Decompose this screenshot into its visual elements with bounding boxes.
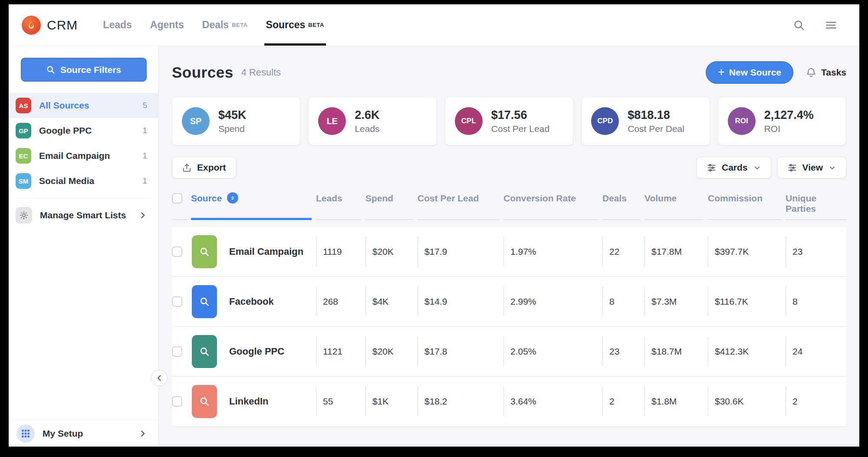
- nav-item-deals[interactable]: Deals BETA: [202, 4, 248, 46]
- cell-spend: $20K: [365, 327, 418, 376]
- new-source-button[interactable]: + New Source: [706, 61, 793, 84]
- nav-item-leads[interactable]: Leads: [103, 4, 132, 46]
- cell-conversion-rate: 2.99%: [503, 277, 602, 326]
- social-media-badge: SM: [16, 173, 31, 189]
- row-checkbox[interactable]: [172, 346, 182, 357]
- all-sources-badge: AS: [16, 98, 31, 113]
- export-button[interactable]: Export: [172, 157, 236, 178]
- table-toolbar: Export Cards View: [172, 157, 846, 178]
- sidebar-item-social-media[interactable]: SM Social Media 1: [9, 168, 158, 194]
- leads-label: Leads: [355, 124, 379, 134]
- deals-beta-badge: BETA: [232, 22, 247, 28]
- cell-commission: $397.7K: [708, 227, 786, 276]
- source-list: AS All Sources 5 GP Google PPC 1 EC Emai…: [9, 93, 158, 228]
- leads-value: 2.6K: [355, 108, 379, 122]
- search-icon: [46, 65, 55, 74]
- cell-spend: $1K: [365, 377, 418, 426]
- cell-volume: $18.7M: [644, 327, 708, 376]
- cell-unique-parties: 23: [786, 227, 846, 276]
- cell-unique-parties: 24: [786, 327, 846, 376]
- bell-icon: [806, 67, 817, 78]
- page-header: Sources 4 Results + New Source Tasks: [172, 61, 846, 84]
- sidebar-item-email-campaign[interactable]: EC Email Campaign 1: [9, 143, 158, 168]
- row-checkbox[interactable]: [172, 296, 182, 307]
- roi-label: ROI: [764, 124, 814, 134]
- chevron-down-icon: [753, 164, 761, 172]
- source-filters-button[interactable]: Source Filters: [21, 58, 147, 82]
- sidebar-item-my-setup[interactable]: My Setup: [9, 420, 158, 447]
- column-header-leads[interactable]: Leads: [316, 191, 365, 220]
- results-count: 4 Results: [241, 67, 281, 78]
- cell-commission: $116.7K: [708, 277, 786, 326]
- sort-icon[interactable]: [227, 192, 238, 204]
- spend-label: Spend: [218, 124, 247, 134]
- sidebar-item-google-ppc[interactable]: GP Google PPC 1: [9, 118, 158, 143]
- sidebar-divider: [16, 198, 151, 198]
- column-header-deals[interactable]: Deals: [602, 191, 644, 220]
- column-header-source[interactable]: Source: [191, 191, 316, 220]
- brand: CRM: [22, 16, 78, 35]
- view-dropdown[interactable]: View: [777, 157, 846, 178]
- stat-cards: SP $45KSpend LE 2.6KLeads CPL $17.56Cost…: [172, 97, 846, 145]
- page-title: Sources: [172, 64, 233, 81]
- chevron-left-icon: [155, 374, 163, 382]
- cell-leads: 55: [316, 377, 365, 426]
- search-icon[interactable]: [792, 18, 806, 33]
- table-row-facebook[interactable]: Facebook 268 $4K $14.9 2.99% 8 $7.3M $11…: [172, 277, 846, 327]
- row-checkbox[interactable]: [172, 247, 182, 257]
- select-all-checkbox[interactable]: [172, 193, 182, 204]
- spend-circle-icon: SP: [182, 107, 210, 135]
- column-header-commission[interactable]: Commission: [708, 191, 786, 220]
- table-row-email-campaign[interactable]: Email Campaign 1119 $20K $17.9 1.97% 22 …: [172, 227, 846, 277]
- cpl-value: $17.56: [491, 108, 549, 122]
- google-ppc-badge: GP: [16, 123, 31, 138]
- roi-value: 2,127.4%: [764, 108, 814, 122]
- source-name: Google PPC: [229, 346, 284, 357]
- roi-circle-icon: ROI: [728, 107, 756, 135]
- sliders-icon: [787, 163, 797, 173]
- chevron-right-icon: [138, 429, 147, 438]
- stat-card-cost-per-lead: CPL $17.56Cost Per Lead: [445, 97, 573, 145]
- email-campaign-badge: EC: [16, 148, 31, 164]
- source-search-icon: [192, 235, 217, 268]
- social-media-count: 1: [142, 176, 147, 186]
- source-name: Facebook: [229, 296, 274, 307]
- brand-name: CRM: [47, 18, 78, 33]
- column-header-cost-per-lead[interactable]: Cost Per Lead: [418, 191, 503, 220]
- top-navbar: CRM Leads Agents Deals BETA Sources BETA: [9, 4, 859, 46]
- chevron-down-icon: [828, 164, 836, 172]
- sidebar-item-manage-smart-lists[interactable]: Manage Smart Lists: [9, 203, 158, 228]
- column-header-unique-parties[interactable]: Unique Parties: [786, 191, 846, 220]
- cell-volume: $7.3M: [644, 277, 708, 326]
- cell-cost-per-lead: $14.9: [418, 277, 503, 326]
- nav-item-sources[interactable]: Sources BETA: [266, 4, 324, 46]
- cell-leads: 1121: [316, 327, 365, 376]
- table-row-linkedin[interactable]: LinkedIn 55 $1K $18.2 3.64% 2 $1.8M $30.…: [172, 377, 846, 427]
- cell-conversion-rate: 2.05%: [503, 327, 602, 376]
- source-search-icon: [192, 385, 217, 418]
- gear-icon: [16, 207, 32, 224]
- row-checkbox[interactable]: [172, 396, 182, 407]
- cell-commission: $30.6K: [708, 377, 786, 426]
- source-search-icon: [192, 285, 217, 318]
- sidebar-item-all-sources[interactable]: AS All Sources 5: [9, 93, 158, 118]
- plus-icon: +: [718, 66, 725, 78]
- export-icon: [182, 163, 192, 173]
- stat-card-leads: LE 2.6KLeads: [308, 97, 437, 145]
- cell-spend: $4K: [365, 277, 418, 326]
- nav-item-agents[interactable]: Agents: [150, 4, 184, 46]
- column-header-volume[interactable]: Volume: [644, 191, 708, 220]
- column-header-spend[interactable]: Spend: [365, 191, 418, 220]
- tasks-button[interactable]: Tasks: [806, 67, 846, 78]
- column-header-conversion-rate[interactable]: Conversion Rate: [503, 191, 602, 220]
- nav-right: [792, 18, 846, 33]
- cell-leads: 268: [316, 277, 365, 326]
- cards-dropdown[interactable]: Cards: [697, 157, 771, 178]
- flame-logo-icon: [22, 16, 41, 35]
- table-row-google-ppc[interactable]: Google PPC 1121 $20K $17.8 2.05% 23 $18.…: [172, 327, 846, 377]
- cpd-circle-icon: CPD: [591, 107, 619, 135]
- sidebar-collapse-button[interactable]: [151, 370, 168, 386]
- spend-value: $45K: [218, 108, 247, 122]
- grid-icon: [16, 424, 35, 443]
- menu-icon[interactable]: [824, 18, 838, 33]
